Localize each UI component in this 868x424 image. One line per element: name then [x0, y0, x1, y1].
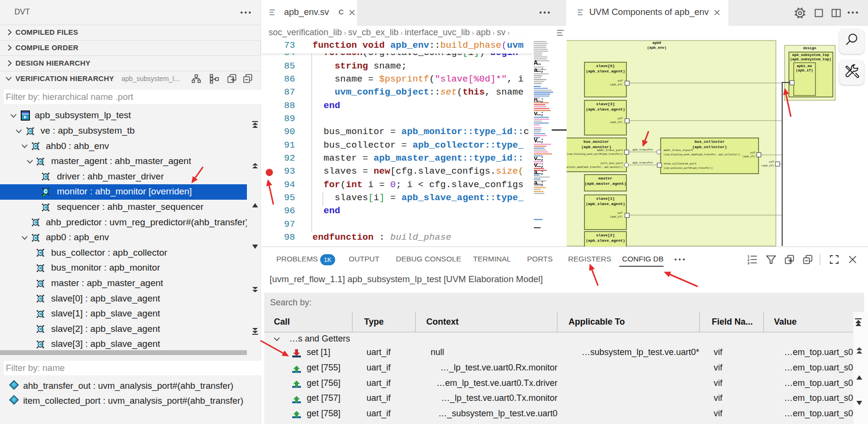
- svg-text:(apb_subsystem_top): (apb_subsystem_top): [790, 57, 831, 61]
- svg-text:bus_collector: bus_collector: [694, 139, 725, 144]
- svg-text:(apb_collector): (apb_collector): [692, 145, 727, 149]
- svg-text:(apb_master_agent): (apb_master_agent): [584, 181, 626, 186]
- svg-text:(apb_slave_agent): (apb_slave_agent): [586, 238, 625, 243]
- svg-text:(apb_if): (apb_if): [610, 121, 623, 124]
- svg-text:(apb_slave_agent): (apb_slave_agent): [586, 69, 625, 73]
- svg-text:pif: pif: [618, 117, 623, 120]
- svg-text:(apb_if): (apb_if): [761, 164, 774, 167]
- svg-text:(apb_slave_agent): (apb_slave_agent): [586, 107, 625, 111]
- svg-text:addr_trans_port: addr_trans_port: [597, 149, 623, 152]
- svg-text:addr_trans_export: addr_trans_export: [664, 149, 693, 152]
- svg-text:apb_transfer: apb_transfer: [632, 161, 653, 164]
- svg-text:(uvm_blocking_peek_port#(apb_t: (uvm_blocking_peek_port#(apb_transfer)): [567, 153, 623, 156]
- svg-text:apb_transfer: apb_transfer: [632, 148, 653, 151]
- svg-text:slave[1]: slave[1]: [596, 196, 614, 201]
- svg-text:pif: pif: [769, 160, 774, 164]
- svg-text:(apb_if): (apb_if): [610, 83, 623, 86]
- svg-text:(apb_if): (apb_if): [796, 68, 813, 72]
- svg-text:item_collected_port: item_collected_port: [664, 162, 696, 165]
- svg-text:slave[2]: slave[2]: [596, 233, 614, 237]
- svg-text:(apb_if): (apb_if): [610, 215, 623, 219]
- svg-text:slave[3]: slave[3]: [596, 102, 614, 106]
- svg-text:pif: pif: [750, 151, 755, 154]
- svg-text:pif: pif: [618, 211, 623, 215]
- svg-text:slave[0]: slave[0]: [596, 64, 614, 68]
- svg-text:master: master: [598, 176, 612, 180]
- svg-text:apb_subsystem_top: apb_subsystem_top: [792, 53, 829, 57]
- svg-text:bus_monitor: bus_monitor: [583, 139, 609, 144]
- svg-text:(apb_slave_agent): (apb_slave_agent): [586, 202, 625, 206]
- svg-text:apb0: apb0: [652, 41, 662, 45]
- svg-text:coll_mon_port: coll_mon_port: [600, 162, 623, 165]
- svg-text:(apb_env): (apb_env): [647, 46, 667, 50]
- svg-text:(uvm_analysis_imp#(apb_transfe: (uvm_analysis_imp#(apb_transfer, apb_mon…: [567, 166, 623, 169]
- svg-text:apbi_mo: apbi_mo: [797, 64, 812, 68]
- svg-text:(apb_if): (apb_if): [743, 155, 755, 158]
- svg-text:(uvm_blocking_peek_imp#(apb_tr: (uvm_blocking_peek_imp#(apb_transfer, ap…: [664, 153, 740, 156]
- svg-text:(uvm_analysis_port#(apb_transf: (uvm_analysis_port#(apb_transfer)): [664, 167, 713, 170]
- svg-text:3: 3: [747, 261, 749, 265]
- svg-text:pif: pif: [618, 79, 623, 82]
- svg-text:design: design: [803, 46, 816, 50]
